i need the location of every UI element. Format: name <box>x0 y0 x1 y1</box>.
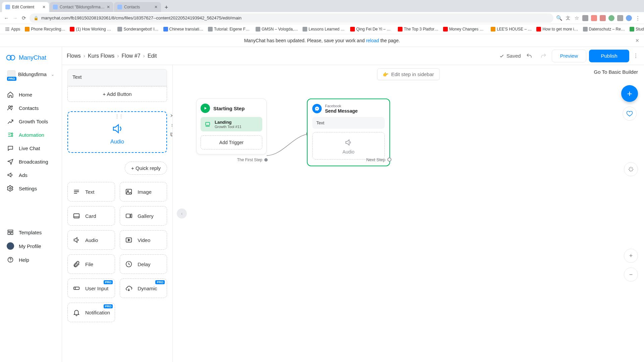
output-port-icon[interactable] <box>264 158 268 162</box>
nav-ads[interactable]: Ads <box>0 168 62 182</box>
first-step-port[interactable]: The First Step <box>237 158 268 162</box>
palette-user-input[interactable]: PROUser Input <box>67 279 115 298</box>
nav-my-profile[interactable]: My Profile <box>0 239 62 253</box>
bookmark-favicon <box>443 27 448 32</box>
favorite-button[interactable] <box>623 107 637 121</box>
address-bar[interactable]: 🔒 manychat.com/fb198150208192061/8/cms/f… <box>30 13 553 23</box>
browser-tab[interactable]: Edit Content ✕ <box>2 2 49 12</box>
output-port-icon[interactable] <box>387 158 391 162</box>
bookmark[interactable]: GMSN – Vologda,… <box>254 26 300 33</box>
tab-close-icon[interactable]: ✕ <box>107 5 110 9</box>
undo-button[interactable] <box>524 50 535 62</box>
profile-avatar-icon[interactable] <box>626 15 632 21</box>
text-block[interactable]: Text <box>67 69 167 86</box>
next-step-port[interactable]: Next Step <box>366 157 391 162</box>
zoom-in-button[interactable]: + <box>624 249 638 263</box>
edit-in-sidebar-hint[interactable]: 👉 Edit step in sidebar <box>377 68 440 80</box>
bookmark[interactable]: How to get more i… <box>535 26 580 33</box>
tab-close-icon[interactable]: ✕ <box>154 5 158 9</box>
trigger-landing[interactable]: Landing Growth Tool #11 <box>201 117 262 131</box>
nav-automation[interactable]: Automation <box>0 128 62 141</box>
nav-contacts[interactable]: Contacts <box>0 101 62 115</box>
collapse-sidebar-button[interactable]: ‹ <box>177 208 187 219</box>
crumb-flows[interactable]: Flows <box>67 53 81 59</box>
palette-file[interactable]: File <box>67 254 115 274</box>
extension-icon[interactable] <box>582 15 588 21</box>
move-block-icon[interactable]: ↕ <box>169 122 173 128</box>
publish-button[interactable]: Publish <box>589 50 629 62</box>
extension-icon[interactable] <box>617 15 623 21</box>
bookmark[interactable]: Datenschutz – Re… <box>581 26 627 33</box>
node-audio-preview[interactable]: Audio <box>312 132 385 160</box>
org-switcher[interactable]: PRO Bildungsfirma ⌄ <box>3 67 59 82</box>
bookmark[interactable]: Tutorial: Eigene Fa… <box>206 26 253 33</box>
palette-audio[interactable]: Audio <box>67 230 115 250</box>
nav-growth-tools[interactable]: Growth Tools <box>0 115 62 128</box>
add-step-fab[interactable]: + <box>621 85 638 102</box>
goto-basic-builder-link[interactable]: Go To Basic Builder <box>594 69 638 75</box>
node-text-preview[interactable]: Text <box>312 117 385 129</box>
palette-dynamic[interactable]: PRODynamic <box>120 279 167 298</box>
palette-gallery[interactable]: Gallery <box>120 206 167 226</box>
auto-layout-button[interactable] <box>624 162 638 176</box>
bookmark[interactable]: LEE'S HOUSE – … <box>489 26 533 33</box>
nav-home[interactable]: Home <box>0 88 62 101</box>
add-quick-reply-button[interactable]: + Quick reply <box>125 162 167 175</box>
nav-settings[interactable]: Settings <box>0 182 62 195</box>
preview-button[interactable]: Preview <box>552 50 586 62</box>
browser-tab[interactable]: Contact "Bildungsfirma" throu… ✕ <box>50 2 113 12</box>
delete-block-icon[interactable]: ✕ <box>169 113 173 119</box>
starting-step-node[interactable]: Starting Step Landing Growth Tool #11 Ad… <box>196 99 267 155</box>
zoom-out-button[interactable]: − <box>624 267 638 282</box>
redo-button[interactable] <box>538 50 549 62</box>
bookmark[interactable]: (1) How Working a… <box>68 26 114 33</box>
zoom-icon[interactable]: 🔍 <box>556 15 562 21</box>
bookmark[interactable]: The Top 3 Platfor… <box>396 26 440 33</box>
bookmark[interactable]: Lessons Learned f… <box>301 26 347 33</box>
bookmark[interactable]: Money Changes E… <box>441 26 488 33</box>
bookmark[interactable]: Chinese translati… <box>162 26 205 33</box>
flow-menu-button[interactable]: ⋮ <box>632 50 639 62</box>
nav-broadcasting[interactable]: Broadcasting <box>0 155 62 168</box>
crumb-flow[interactable]: Flow #7 <box>122 53 141 59</box>
audio-block[interactable]: ⋮⋮ Audio ✕ ↕ <box>67 111 167 153</box>
nav-templates[interactable]: Templates <box>0 226 62 239</box>
banner-close-icon[interactable]: ✕ <box>635 38 639 43</box>
browser-menu-icon[interactable]: ⋮ <box>635 15 641 21</box>
apps-shortcut[interactable]: Apps <box>3 26 22 33</box>
svg-point-4 <box>11 133 13 134</box>
back-button[interactable]: ← <box>3 15 9 21</box>
bookmark[interactable]: Student Wants an… <box>628 26 644 33</box>
tab-close-icon[interactable]: ✕ <box>42 5 46 9</box>
drag-handle-icon[interactable]: ⋮⋮ <box>115 114 120 119</box>
extension-icon[interactable] <box>608 15 614 21</box>
reload-button[interactable]: ⟳ <box>21 15 27 21</box>
reload-link[interactable]: reload <box>366 38 379 43</box>
nav-live-chat[interactable]: Live Chat <box>0 141 62 155</box>
flow-canvas[interactable]: 👉 Edit step in sidebar Go To Basic Build… <box>173 65 644 362</box>
palette-text[interactable]: Text <box>67 182 115 201</box>
star-icon[interactable]: ☆ <box>574 15 580 21</box>
palette-delay[interactable]: Delay <box>120 254 167 274</box>
crumb-folder[interactable]: Kurs Flows <box>88 53 114 59</box>
palette-notification[interactable]: PRONotification <box>67 303 115 322</box>
add-button-button[interactable]: + Add Button <box>67 86 167 102</box>
bookmark[interactable]: Qing Fei De Yi – Y… <box>348 26 395 33</box>
add-trigger-button[interactable]: Add Trigger <box>201 135 262 149</box>
extension-icon[interactable] <box>600 15 606 21</box>
palette-image[interactable]: Image <box>120 182 167 201</box>
brand-logo[interactable]: ManyChat <box>0 47 62 66</box>
bookmark-favicon <box>630 27 634 32</box>
browser-tab[interactable]: Contacts ✕ <box>114 2 161 12</box>
translate-icon[interactable]: 文 <box>565 15 571 21</box>
palette-video[interactable]: Video <box>120 230 167 250</box>
send-message-node[interactable]: Facebook Send Message Text Audio Next St… <box>307 99 390 166</box>
duplicate-block-icon[interactable] <box>169 131 173 137</box>
palette-card[interactable]: Card <box>67 206 115 226</box>
nav-help[interactable]: Help <box>0 253 62 266</box>
forward-button[interactable]: → <box>12 15 18 21</box>
bookmark[interactable]: Phone Recycling… <box>23 26 67 33</box>
new-tab-button[interactable]: + <box>162 3 171 12</box>
bookmark[interactable]: Sonderangebot! I… <box>116 26 160 33</box>
extension-icon[interactable] <box>591 15 597 21</box>
